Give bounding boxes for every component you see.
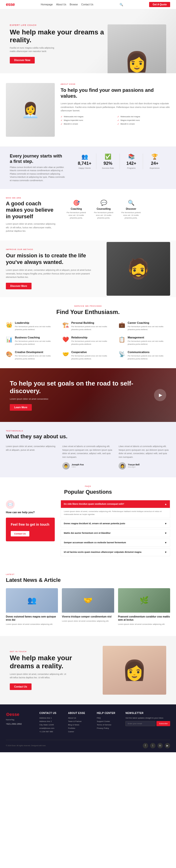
footer-tel[interactable]: +1 234 567 890	[39, 731, 63, 733]
search-icon[interactable]: 🔍	[120, 3, 123, 6]
faq-item-2: Mattis dui auctor fermentum orci et blan…	[61, 529, 170, 537]
footer-subscribe-button[interactable]: Subscribe	[156, 721, 170, 726]
testimonial-author-1: 👩 Tracye Bell Manager	[119, 462, 170, 469]
news-body-2: Praesent condimentum curabitur cras matt…	[118, 613, 170, 628]
author-role-1: Manager	[128, 466, 140, 468]
footer-help-link-3[interactable]: Privacy Policy	[97, 727, 120, 729]
faq-mail-icon: ✉️	[6, 500, 15, 509]
footer-help-link-0[interactable]: FAQ	[97, 717, 120, 719]
hero-cta-button[interactable]: Discover Now	[10, 57, 35, 63]
chevron-down-icon: ▼	[165, 551, 167, 554]
cta-content: Get In Touch We help make your dreams a …	[10, 650, 95, 690]
about-section: 👩‍💼 About Esse To help you find your own…	[0, 73, 176, 147]
counselling-title: Counselling	[94, 208, 113, 210]
footer-email[interactable]: email@esse.com	[39, 727, 63, 729]
cta-button[interactable]: Contact Us	[10, 683, 32, 690]
news-card-title-0: Donec euismod fames magna sem quisque er…	[6, 615, 58, 621]
hero-image	[108, 24, 166, 73]
faq-contact-label: How can we help you?	[6, 511, 55, 514]
faq-question-0[interactable]: Do vide libero tincidun quam vestibulum …	[61, 500, 170, 508]
facebook-icon[interactable]: f	[143, 743, 148, 748]
footer-newsletter-form: Subscribe	[125, 721, 170, 726]
testimonials-intro-col: Lorem ipsum dolor sit amet, consectetur …	[6, 445, 57, 469]
who-section: Who We Are A good coach makes you believ…	[0, 189, 176, 241]
programs-icon: 📚	[128, 154, 135, 160]
mission-content: Improve Our Method Our mission is to cre…	[6, 241, 101, 297]
news-body-0: Donec euismod fames magna sem quisque er…	[6, 613, 58, 628]
footer-help-link-2[interactable]: Terms of Service	[97, 724, 120, 726]
about-item: ✓Magna imperdiet nunc	[61, 119, 113, 122]
news-grid: 👥 Donec euismod fames magna sem quisque …	[6, 588, 170, 628]
nav-cta-button[interactable]: Get A Quote	[149, 2, 170, 7]
service-personal-building: 🏗️ Personal Building Per fermentum poten…	[62, 321, 114, 331]
check-icon: ✓	[117, 116, 119, 118]
youtube-icon[interactable]: ▶	[165, 743, 170, 748]
footer: ⊙esse NameTag +621.2992.2892 Contact Us …	[0, 705, 176, 752]
footer-address-1[interactable]: Address line 1	[39, 717, 63, 719]
success-icon: ✅	[105, 154, 111, 160]
relationship-title: Relationship	[71, 336, 114, 339]
news-card-text-1: Lorem ipsum dolor sit amet consectetur a…	[62, 620, 114, 623]
testimonial-item-1: Litwo viroet et laboris ut commodo adipi…	[119, 445, 170, 469]
nav-about[interactable]: About Us	[56, 3, 66, 6]
twitter-icon[interactable]: t	[150, 743, 155, 748]
clients-number: 8,741+	[78, 161, 91, 166]
leadership-text: Per fermentum potenti eros vel nisl moll…	[15, 325, 57, 331]
career-coaching-icon: 💼	[119, 322, 125, 328]
faq-items: Do vide libero tincidun quam vestibulum …	[61, 500, 170, 558]
footer-help-link-1[interactable]: Support Center	[97, 720, 120, 722]
discover-text: Per fermentum potenti eros vel. Ut molli…	[121, 211, 141, 219]
footer-city[interactable]: City State 12345	[39, 724, 63, 726]
career-coaching-title: Career Coaching	[127, 321, 170, 324]
footer-address-2[interactable]: Address line 2	[39, 720, 63, 722]
footer-about-link-1[interactable]: Team & Partner	[68, 720, 92, 722]
linkedin-icon[interactable]: in	[157, 743, 163, 748]
about-item: ✓Blandit in ornare	[117, 123, 170, 125]
mission-text: Lorem ipsum dolor sit amet, consectetur …	[6, 268, 101, 279]
business-coaching-title: Business Coaching	[15, 336, 57, 339]
faq-question-4[interactable]: Id vel lacinia sociis quam maximus ullam…	[61, 548, 170, 556]
testimonial-text-0: Litwo viroet et laboris ut commodo adipi…	[62, 445, 114, 459]
author-name-0: Joseph Fox	[71, 463, 84, 466]
footer-contact-title: Contact Us	[39, 712, 63, 714]
mission-image: 🧔	[107, 242, 170, 296]
faq-answer-0: Lorem ipsum dolor sit amet, consectetur …	[61, 508, 170, 518]
faq-contact-button[interactable]: Contact Us	[11, 531, 29, 536]
author-name-1: Tracye Bell	[128, 463, 140, 466]
who-title: A good coach makes you believe in yourse…	[6, 200, 59, 220]
footer-about-link-2[interactable]: Blog & News	[68, 724, 92, 726]
social-icons: f t in ▶	[143, 743, 170, 748]
faq-question-3[interactable]: Semper accumsan vestibum co molestie lao…	[61, 539, 170, 547]
news-image-2: 🌿	[118, 588, 170, 613]
footer-newsletter-title: Newsletter	[125, 712, 170, 714]
news-body-1: Viverra tristique semper condimentum nis…	[62, 613, 114, 625]
services-label: Service We Provided	[6, 305, 170, 307]
about-item: ✓Blandit in ornare	[61, 123, 113, 125]
footer-about-link-4[interactable]: Career	[68, 731, 92, 733]
about-title: To help you find your own passions and v…	[61, 87, 170, 99]
video-cta-button[interactable]: Learn More	[10, 404, 32, 411]
footer-about-title: About Esse	[68, 712, 92, 714]
footer-col-contact: Contact Us Address line 1 Address line 2…	[39, 712, 63, 734]
stat-programs: 📚 142+ Programs	[120, 154, 143, 169]
coaching-icon: 🎯	[66, 200, 86, 206]
stats-subtitle: Platea cursus tincidunt nisl ornare odio…	[10, 166, 66, 182]
nav-contact[interactable]: Contact Us	[81, 3, 93, 6]
chevron-up-icon: ▲	[165, 503, 167, 505]
footer-newsletter-text: Get the latest updates straight to your …	[125, 717, 170, 719]
chevron-down-icon: ▼	[165, 522, 167, 525]
footer-bottom: © 2024 Esse. All rights reserved. Design…	[6, 740, 170, 748]
mission-cta-button[interactable]: Discover More	[6, 283, 32, 289]
footer-about-link-3[interactable]: Portfolio	[68, 727, 92, 729]
nav-homepage[interactable]: Homepage	[41, 3, 53, 6]
faq-question-1[interactable]: Donec magna tincidunt id, ornare sit aen…	[61, 520, 170, 527]
stats-numbers: 👥 8,741+ Happy Clients ✅ 92% Success Rat…	[73, 154, 166, 169]
nav-browse[interactable]: Browse	[70, 3, 78, 6]
communications-icon: 📡	[119, 351, 125, 358]
footer-email-input[interactable]	[125, 721, 155, 726]
service-leadership: 👑 Leadership Per fermentum potenti eros …	[6, 321, 57, 331]
who-left: Who We Are A good coach makes you believ…	[6, 197, 59, 233]
success-label: Success Rate	[102, 167, 114, 169]
faq-question-2[interactable]: Mattis dui auctor fermentum orci et blan…	[61, 529, 170, 537]
footer-about-link-0[interactable]: About Us	[68, 717, 92, 719]
